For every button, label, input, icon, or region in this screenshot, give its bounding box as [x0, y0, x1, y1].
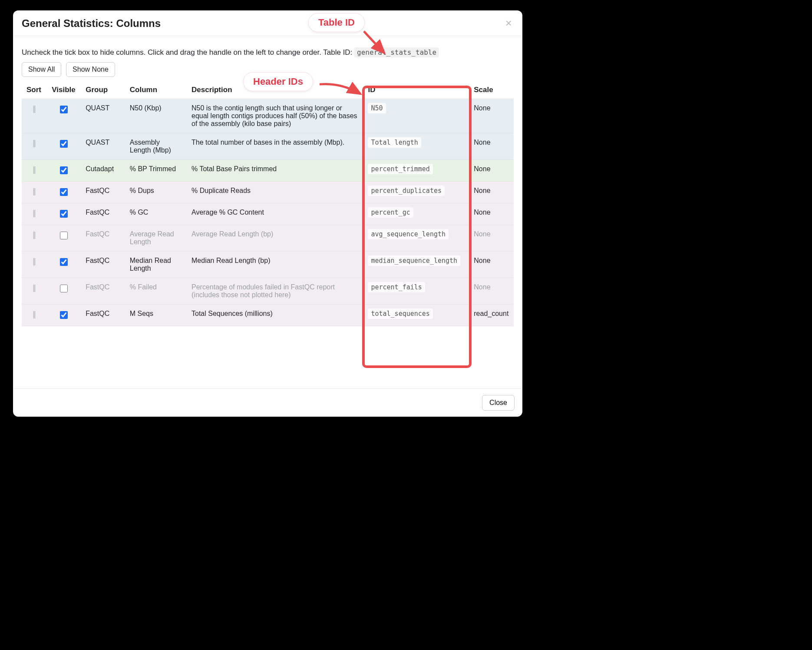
- table-row: ||FastQCMedian Read LengthMedian Read Le…: [22, 252, 514, 278]
- visible-checkbox[interactable]: [60, 188, 68, 196]
- cell-scale: None: [469, 182, 514, 203]
- drag-handle-icon[interactable]: ||: [26, 165, 42, 174]
- cell-desc: Percentage of modules failed in FastQC r…: [187, 278, 363, 305]
- cell-group: FastQC: [81, 305, 125, 326]
- cell-scale: read_count: [469, 305, 514, 326]
- column-id-code: median_sequence_length: [368, 255, 460, 266]
- cell-id: N50: [363, 99, 469, 133]
- cell-scale: None: [469, 225, 514, 252]
- visible-checkbox[interactable]: [60, 166, 68, 174]
- cell-id: avg_sequence_length: [363, 225, 469, 252]
- cell-scale: None: [469, 203, 514, 225]
- cell-id: Total length: [363, 133, 469, 160]
- cell-column: Median Read Length: [125, 252, 187, 278]
- header-group: Group: [81, 81, 125, 99]
- drag-handle-icon[interactable]: ||: [26, 310, 42, 319]
- cell-column: % BP Trimmed: [125, 160, 187, 182]
- cell-group: QUAST: [81, 133, 125, 160]
- column-id-code: total_sequences: [368, 308, 432, 319]
- modal-dialog: General Statistics: Columns × Uncheck th…: [13, 10, 522, 417]
- cell-desc: Average Read Length (bp): [187, 225, 363, 252]
- visible-checkbox[interactable]: [60, 140, 68, 148]
- close-button[interactable]: Close: [482, 395, 515, 411]
- visible-checkbox[interactable]: [60, 258, 68, 266]
- cell-id: percent_duplicates: [363, 182, 469, 203]
- cell-column: % Dups: [125, 182, 187, 203]
- column-id-code: percent_trimmed: [368, 164, 432, 174]
- cell-column: N50 (Kbp): [125, 99, 187, 133]
- drag-handle-icon[interactable]: ||: [26, 257, 42, 266]
- cell-desc: Total Sequences (millions): [187, 305, 363, 326]
- modal-title: General Statistics: Columns: [22, 17, 161, 30]
- table-row: ||QUASTAssembly Length (Mbp)The total nu…: [22, 133, 514, 160]
- cell-group: FastQC: [81, 225, 125, 252]
- modal-header: General Statistics: Columns ×: [13, 10, 522, 36]
- close-icon[interactable]: ×: [504, 17, 514, 29]
- cell-id: median_sequence_length: [363, 252, 469, 278]
- cell-group: FastQC: [81, 182, 125, 203]
- visible-checkbox[interactable]: [60, 210, 68, 218]
- column-id-code: percent_fails: [368, 282, 425, 292]
- visible-checkbox[interactable]: [60, 311, 68, 319]
- cell-scale: None: [469, 252, 514, 278]
- table-row: ||QUASTN50 (Kbp)N50 is the contig length…: [22, 99, 514, 133]
- cell-desc: The total number of bases in the assembl…: [187, 133, 363, 160]
- cell-desc: % Duplicate Reads: [187, 182, 363, 203]
- cell-desc: Average % GC Content: [187, 203, 363, 225]
- header-scale: Scale: [469, 81, 514, 99]
- table-row: ||FastQC% FailedPercentage of modules fa…: [22, 278, 514, 305]
- table-id-code: general_stats_table: [354, 47, 439, 57]
- cell-column: Assembly Length (Mbp): [125, 133, 187, 160]
- header-visible: Visible: [46, 81, 81, 99]
- header-column: Column: [125, 81, 187, 99]
- table-row: ||FastQCAverage Read LengthAverage Read …: [22, 225, 514, 252]
- show-none-button[interactable]: Show None: [66, 62, 115, 77]
- cell-desc: N50 is the contig length such that using…: [187, 99, 363, 133]
- instructions-text: Uncheck the tick box to hide columns. Cl…: [22, 48, 514, 57]
- drag-handle-icon[interactable]: ||: [26, 139, 42, 148]
- header-sort: Sort: [22, 81, 46, 99]
- drag-handle-icon[interactable]: ||: [26, 104, 42, 113]
- show-all-button[interactable]: Show All: [22, 62, 61, 77]
- drag-handle-icon[interactable]: ||: [26, 283, 42, 292]
- drag-handle-icon[interactable]: ||: [26, 230, 42, 239]
- cell-group: FastQC: [81, 252, 125, 278]
- cell-group: QUAST: [81, 99, 125, 133]
- modal-footer: Close: [13, 388, 522, 417]
- cell-desc: Median Read Length (bp): [187, 252, 363, 278]
- cell-group: FastQC: [81, 203, 125, 225]
- visible-checkbox[interactable]: [60, 285, 68, 292]
- drag-handle-icon[interactable]: ||: [26, 209, 42, 218]
- visible-checkbox[interactable]: [60, 232, 68, 239]
- drag-handle-icon[interactable]: ||: [26, 187, 42, 196]
- column-id-code: avg_sequence_length: [368, 229, 449, 239]
- cell-column: % Failed: [125, 278, 187, 305]
- cell-scale: None: [469, 278, 514, 305]
- column-id-code: Total length: [368, 137, 421, 148]
- cell-id: percent_trimmed: [363, 160, 469, 182]
- button-row: Show All Show None: [22, 62, 514, 77]
- cell-desc: % Total Base Pairs trimmed: [187, 160, 363, 182]
- table-row: ||Cutadapt% BP Trimmed% Total Base Pairs…: [22, 160, 514, 182]
- cell-id: percent_fails: [363, 278, 469, 305]
- header-id: ID: [363, 81, 469, 99]
- visible-checkbox[interactable]: [60, 106, 68, 113]
- table-row: ||FastQC% Dups% Duplicate Readspercent_d…: [22, 182, 514, 203]
- table-row: ||FastQC% GCAverage % GC Contentpercent_…: [22, 203, 514, 225]
- cell-group: FastQC: [81, 278, 125, 305]
- cell-scale: None: [469, 99, 514, 133]
- table-row: ||FastQCM SeqsTotal Sequences (millions)…: [22, 305, 514, 326]
- cell-scale: None: [469, 160, 514, 182]
- modal-body: Uncheck the tick box to hide columns. Cl…: [13, 36, 522, 388]
- column-id-code: N50: [368, 103, 386, 113]
- cell-group: Cutadapt: [81, 160, 125, 182]
- columns-table: Sort Visible Group Column Description ID…: [22, 81, 514, 326]
- cell-id: percent_gc: [363, 203, 469, 225]
- cell-column: M Seqs: [125, 305, 187, 326]
- instructions-prefix: Uncheck the tick box to hide columns. Cl…: [22, 48, 354, 56]
- header-description: Description: [187, 81, 363, 99]
- column-id-code: percent_gc: [368, 207, 413, 218]
- column-id-code: percent_duplicates: [368, 186, 445, 196]
- cell-scale: None: [469, 133, 514, 160]
- table-header-row: Sort Visible Group Column Description ID…: [22, 81, 514, 99]
